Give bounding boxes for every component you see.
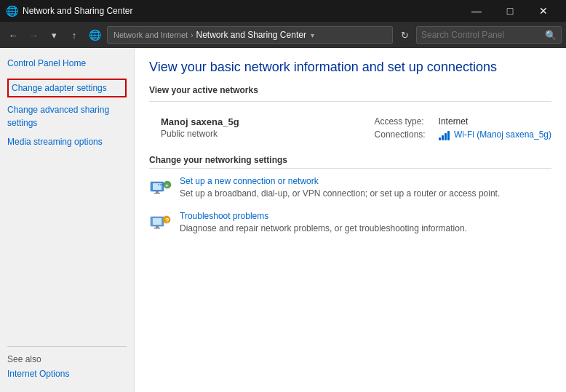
troubleshoot-desc: Diagnose and repair network problems, or… [180,223,467,233]
troubleshoot-item: ? Troubleshoot problems Diagnose and rep… [149,211,551,236]
see-also-title: See also [7,354,127,364]
title-bar-controls: — □ ✕ [460,0,560,22]
svg-text:+: + [165,183,169,189]
page-title: View your basic network information and … [149,60,551,75]
access-type-value: Internet [439,116,469,127]
maximize-button[interactable]: □ [493,0,527,22]
connections-value: Wi-Fi (Manoj saxena_5g) [439,129,551,140]
access-type-label: Access type: [375,116,433,127]
access-type-row: Access type: Internet [375,116,551,127]
setup-connection-item: + Set up a new connection or network Set… [149,176,551,201]
network-info-left: Manoj saxena_5g Public network [161,116,239,139]
divider-active [149,101,551,102]
troubleshoot-icon: ? [149,212,172,236]
address-bar: ← → ▾ ↑ 🌐 Network and Internet › Network… [0,22,566,48]
troubleshoot-svg: ? [149,212,172,236]
minimize-button[interactable]: — [460,0,493,22]
wifi-bar-1 [439,137,441,140]
troubleshoot-link[interactable]: Troubleshoot problems [180,211,551,221]
content-area: View your basic network information and … [135,48,566,392]
sidebar-item-change-advanced-sharing[interactable]: Change advanced sharing settings [7,103,127,129]
setup-connection-content: Set up a new connection or network Set u… [180,176,551,200]
sidebar-item-control-panel-home[interactable]: Control Panel Home [7,57,127,70]
window-icon: 🌐 [6,5,18,17]
address-dropdown-arrow: ▾ [311,31,314,39]
svg-rect-1 [153,183,162,190]
title-bar-left: 🌐 Network and Sharing Center [6,5,132,17]
wifi-bar-2 [442,135,444,140]
dropdown-button[interactable]: ▾ [45,26,63,44]
setup-connection-link[interactable]: Set up a new connection or network [180,176,551,186]
network-name: Manoj saxena_5g [161,116,239,127]
active-networks-header: View your active networks [149,85,551,95]
setup-connection-desc: Set up a broadband, dial-up, or VPN conn… [180,188,500,199]
search-bar[interactable]: 🔍 [416,26,562,44]
see-also-section: See also Internet Options [7,346,127,383]
back-button[interactable]: ← [4,26,22,44]
networking-settings-header: Change your networking settings [149,155,551,169]
svg-text:?: ? [165,217,170,224]
title-bar: 🌐 Network and Sharing Center — □ ✕ [0,0,566,22]
address-part2: Network and Sharing Center [196,30,306,40]
search-icon[interactable]: 🔍 [545,30,557,41]
sidebar-item-media-streaming[interactable]: Media streaming options [7,135,127,148]
search-input[interactable] [421,30,545,40]
networking-settings-section: Change your networking settings + [149,155,551,236]
svg-rect-2 [156,191,159,193]
connections-label: Connections: [375,129,433,140]
address-path: Network and Internet › Network and Shari… [107,26,393,44]
main-container: Control Panel Home Change adapter settin… [0,48,566,392]
up-button[interactable]: ↑ [65,26,83,44]
wifi-bar-4 [447,131,450,140]
window-title: Network and Sharing Center [23,6,132,16]
wifi-bar-3 [445,133,447,140]
sidebar-item-internet-options[interactable]: Internet Options [7,367,127,380]
svg-rect-8 [153,218,162,225]
address-icon: 🌐 [89,29,101,41]
svg-rect-10 [154,228,160,229]
refresh-button[interactable]: ↻ [396,26,413,44]
wifi-signal-icon [439,130,450,140]
setup-connection-svg: + [149,177,172,201]
svg-rect-9 [156,226,159,228]
setup-connection-icon: + [149,177,172,201]
active-networks-row: Manoj saxena_5g Public network Access ty… [149,111,551,152]
troubleshoot-content: Troubleshoot problems Diagnose and repai… [180,211,551,235]
svg-rect-3 [154,193,160,194]
address-separator: › [191,31,193,39]
network-info-right: Access type: Internet Connections: Wi-Fi [375,116,551,140]
sidebar: Control Panel Home Change adapter settin… [0,48,135,392]
network-type: Public network [161,129,239,139]
connections-link[interactable]: Wi-Fi (Manoj saxena_5g) [454,129,551,140]
close-button[interactable]: ✕ [527,0,560,22]
sidebar-item-change-adapter-settings[interactable]: Change adapter settings [7,79,127,97]
connections-row: Connections: Wi-Fi (Manoj saxena_5g) [375,129,551,140]
address-part1: Network and Internet [113,31,188,39]
forward-button[interactable]: → [25,26,42,44]
